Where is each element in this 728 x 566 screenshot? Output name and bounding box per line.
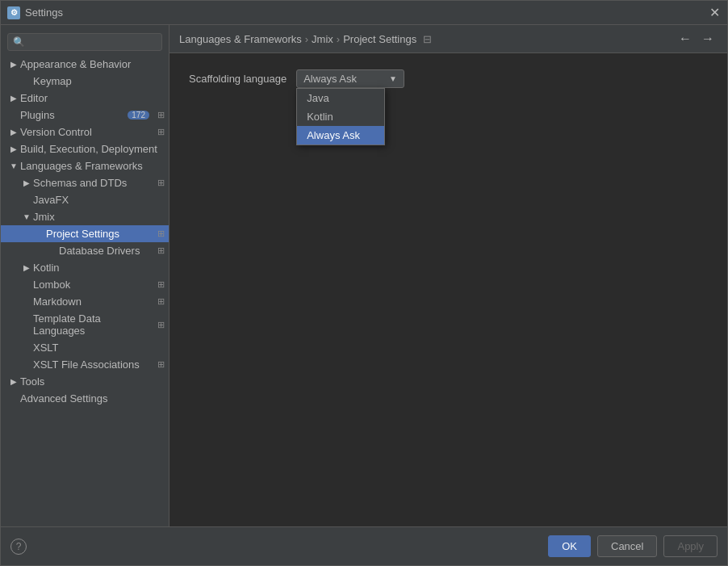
sidebar: 🔍 ▶ Appearance & Behavior Keymap ▶ Edito… — [1, 25, 169, 526]
content-area: 🔍 ▶ Appearance & Behavior Keymap ▶ Edito… — [1, 25, 727, 526]
sidebar-item-label: Plugins — [20, 109, 128, 121]
sidebar-item-label: Build, Execution, Deployment — [20, 143, 169, 155]
sidebar-item-label: Languages & Frameworks — [20, 160, 169, 172]
sidebar-item-languages-frameworks[interactable]: ▼ Languages & Frameworks — [1, 157, 169, 174]
footer: ? OK Cancel Apply — [1, 526, 727, 565]
sidebar-item-build-execution[interactable]: ▶ Build, Execution, Deployment — [1, 140, 169, 157]
breadcrumb-sep-2: › — [337, 33, 340, 45]
settings-icon: ⊞ — [153, 178, 169, 188]
plugins-badge: 172 — [128, 111, 149, 119]
sidebar-item-label: Keymap — [33, 75, 169, 87]
sidebar-item-label: XSLT File Associations — [33, 358, 153, 371]
sidebar-item-label: Template Data Languages — [33, 312, 153, 337]
breadcrumb-settings-button[interactable]: ⊟ — [420, 33, 435, 45]
arrow-icon: ▶ — [7, 128, 20, 136]
sidebar-item-xslt[interactable]: XSLT — [1, 339, 169, 356]
titlebar: ⚙ Settings ✕ — [1, 1, 727, 25]
main-panel: Languages & Frameworks › Jmix › Project … — [169, 25, 727, 526]
sidebar-item-appearance[interactable]: ▶ Appearance & Behavior — [1, 56, 169, 73]
sidebar-item-kotlin[interactable]: ▶ Kotlin — [1, 259, 169, 276]
scaffolding-language-dropdown[interactable]: Always Ask ▼ — [296, 69, 404, 88]
sidebar-item-label: Tools — [20, 375, 169, 388]
arrow-icon: ▶ — [20, 178, 33, 187]
settings-icon: ⊞ — [153, 359, 169, 370]
sidebar-item-editor[interactable]: ▶ Editor — [1, 90, 169, 107]
close-button[interactable]: ✕ — [708, 6, 721, 19]
sidebar-item-label: Kotlin — [33, 262, 169, 274]
sidebar-item-schemas-dtds[interactable]: ▶ Schemas and DTDs ⊞ — [1, 174, 169, 191]
settings-icon: ⊞ — [153, 127, 169, 137]
sidebar-item-label: Markdown — [33, 296, 153, 308]
scaffolding-language-dropdown-container: Always Ask ▼ Java Kotlin Always Ask — [296, 69, 404, 88]
scaffolding-language-row: Scaffolding language Always Ask ▼ Java K… — [189, 69, 708, 88]
dropdown-menu: Java Kotlin Always Ask — [296, 88, 385, 145]
sidebar-item-label: Jmix — [33, 211, 169, 223]
search-box[interactable]: 🔍 — [7, 33, 162, 51]
arrow-icon: ▶ — [7, 94, 20, 103]
sidebar-item-template-data[interactable]: Template Data Languages ⊞ — [1, 310, 169, 339]
sidebar-item-label: Advanced Settings — [20, 392, 169, 405]
breadcrumb-sep-1: › — [305, 33, 308, 45]
settings-window: ⚙ Settings ✕ 🔍 ▶ Appearance & Behavior K… — [0, 0, 728, 566]
sidebar-item-javafx[interactable]: JavaFX — [1, 191, 169, 208]
sidebar-item-label: XSLT — [33, 342, 169, 354]
sidebar-item-label: Database Drivers — [59, 245, 153, 257]
sidebar-item-lombok[interactable]: Lombok ⊞ — [1, 276, 169, 293]
settings-icon: ⊞ — [153, 296, 169, 307]
sidebar-item-database-drivers[interactable]: Database Drivers ⊞ — [1, 242, 169, 259]
sidebar-item-version-control[interactable]: ▶ Version Control ⊞ — [1, 124, 169, 140]
sidebar-item-markdown[interactable]: Markdown ⊞ — [1, 293, 169, 310]
sidebar-item-keymap[interactable]: Keymap — [1, 73, 169, 90]
breadcrumb-languages: Languages & Frameworks — [179, 33, 302, 45]
sidebar-item-label: Schemas and DTDs — [33, 177, 153, 189]
settings-icon: ⊞ — [153, 279, 169, 290]
dropdown-arrow-icon: ▼ — [389, 74, 397, 83]
sidebar-item-project-settings[interactable]: Project Settings ⊞ — [1, 225, 169, 242]
settings-icon: ⊞ — [153, 110, 169, 120]
settings-icon: ⊞ — [153, 228, 169, 239]
app-icon: ⚙ — [7, 6, 20, 19]
breadcrumb-nav-actions: ← → — [676, 31, 718, 46]
sidebar-item-tools[interactable]: ▶ Tools — [1, 373, 169, 390]
search-icon: 🔍 — [13, 36, 25, 48]
cancel-button[interactable]: Cancel — [597, 535, 657, 557]
sidebar-item-advanced-settings[interactable]: Advanced Settings — [1, 390, 169, 407]
settings-icon: ⊞ — [153, 245, 169, 256]
arrow-icon: ▼ — [7, 161, 20, 170]
breadcrumb-jmix: Jmix — [312, 33, 333, 45]
sidebar-item-xslt-file-associations[interactable]: XSLT File Associations ⊞ — [1, 356, 169, 373]
sidebar-item-label: Lombok — [33, 279, 153, 291]
breadcrumb: Languages & Frameworks › Jmix › Project … — [169, 25, 727, 53]
dropdown-item-java[interactable]: Java — [297, 89, 384, 107]
breadcrumb-forward-button[interactable]: → — [698, 31, 718, 46]
sidebar-item-label: JavaFX — [33, 194, 169, 206]
arrow-icon: ▶ — [7, 60, 20, 69]
help-icon: ? — [16, 541, 22, 552]
sidebar-item-label: Project Settings — [46, 228, 153, 240]
settings-icon: ⊞ — [153, 320, 169, 330]
settings-content: Scaffolding language Always Ask ▼ Java K… — [169, 53, 727, 526]
help-button[interactable]: ? — [10, 539, 27, 555]
dropdown-selected-value: Always Ask — [303, 73, 357, 85]
sidebar-item-jmix[interactable]: ▼ Jmix — [1, 208, 169, 225]
arrow-icon: ▶ — [7, 377, 20, 386]
sidebar-item-label: Editor — [20, 92, 169, 104]
search-input[interactable] — [28, 36, 157, 48]
arrow-icon: ▶ — [20, 263, 33, 272]
dropdown-item-always-ask[interactable]: Always Ask — [297, 126, 384, 145]
breadcrumb-back-button[interactable]: ← — [676, 31, 695, 46]
sidebar-item-label: Appearance & Behavior — [20, 58, 169, 70]
scaffolding-language-label: Scaffolding language — [189, 73, 287, 85]
breadcrumb-project-settings: Project Settings — [343, 33, 416, 45]
window-title: Settings — [25, 6, 708, 19]
ok-button[interactable]: OK — [548, 535, 591, 557]
dropdown-item-kotlin[interactable]: Kotlin — [297, 107, 384, 126]
apply-button[interactable]: Apply — [663, 535, 718, 557]
sidebar-item-plugins[interactable]: Plugins 172 ⊞ — [1, 107, 169, 124]
sidebar-item-label: Version Control — [20, 126, 153, 138]
arrow-icon: ▼ — [20, 212, 33, 221]
arrow-icon: ▶ — [7, 145, 20, 153]
